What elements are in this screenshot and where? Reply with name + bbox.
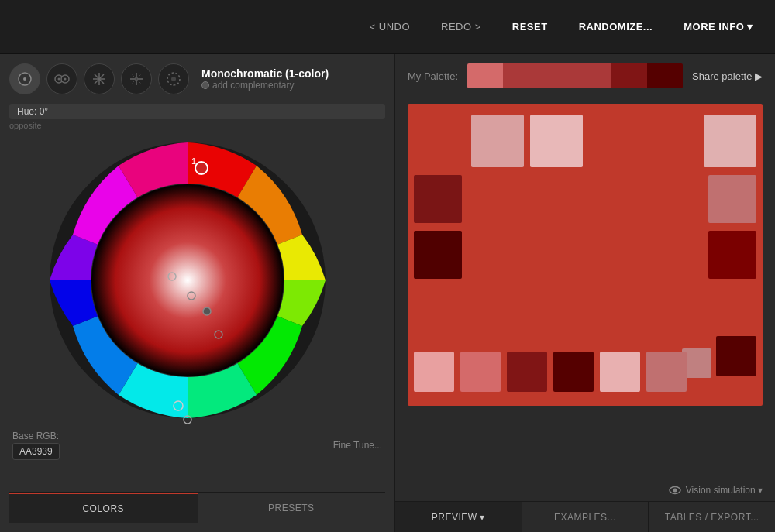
scheme-info: Monochromatic (1-color) add complementar… <box>202 67 329 91</box>
palette-swatch-2[interactable] <box>503 63 611 88</box>
swatch-11[interactable] <box>460 352 501 392</box>
eye-icon <box>669 484 681 496</box>
swatch-4[interactable] <box>414 175 462 223</box>
wheel-type-4[interactable] <box>121 63 152 94</box>
swatch-15[interactable] <box>646 352 687 392</box>
more-info-button[interactable]: MORE INFO ▾ <box>677 16 760 37</box>
vision-simulation-button[interactable]: Vision simulation ▾ <box>669 484 763 496</box>
redo-button[interactable]: REDO > <box>435 16 487 37</box>
tab-presets[interactable]: PRESETS <box>198 493 386 523</box>
swatch-7[interactable] <box>708 231 756 279</box>
svg-point-4 <box>58 78 60 81</box>
svg-text:1: 1 <box>191 156 196 166</box>
swatch-14[interactable] <box>600 352 640 392</box>
add-complementary[interactable]: add complementary <box>202 80 329 91</box>
palette-label: My Palette: <box>408 70 458 82</box>
hue-label: Hue: 0° <box>9 104 385 119</box>
color-wheel-container[interactable]: 1 <box>9 133 366 427</box>
palette-swatch-4[interactable] <box>647 63 683 88</box>
wheel-type-5[interactable] <box>158 63 189 94</box>
color-wheel[interactable]: 1 <box>9 133 366 427</box>
swatch-10[interactable] <box>414 352 454 392</box>
color-grid-container <box>395 98 775 479</box>
palette-swatches[interactable] <box>467 63 683 88</box>
base-rgb-value[interactable]: AA3939 <box>12 443 60 460</box>
reset-button[interactable]: RESET <box>506 16 554 37</box>
tab-tables-export[interactable]: TABLES / EXPORT... <box>649 502 775 532</box>
svg-point-5 <box>64 78 67 81</box>
svg-point-1 <box>23 77 26 81</box>
undo-button[interactable]: < UNDO <box>363 16 416 37</box>
base-rgb-label: Base RGB: <box>12 431 60 441</box>
swatch-6[interactable] <box>708 175 756 223</box>
swatch-1[interactable] <box>471 115 524 167</box>
fine-tune-button[interactable]: Fine Tune... <box>333 440 382 451</box>
right-panel: My Palette: Share palette ▶ <box>395 54 775 532</box>
wheel-type-2[interactable] <box>46 63 78 94</box>
randomize-button[interactable]: RANDOMIZE... <box>573 16 660 37</box>
swatch-8[interactable] <box>716 336 756 376</box>
palette-bar: My Palette: Share palette ▶ <box>395 54 775 98</box>
bottom-tabs-right: PREVIEW ▾ EXAMPLES... TABLES / EXPORT... <box>395 501 775 532</box>
wheel-point-main[interactable] <box>195 162 208 174</box>
complementary-dot <box>202 81 209 89</box>
left-panel: Monochromatic (1-color) add complementar… <box>0 54 395 532</box>
palette-swatch-3[interactable] <box>611 63 646 88</box>
share-palette-button[interactable]: Share palette ▶ <box>692 70 763 82</box>
svg-point-15 <box>171 77 176 81</box>
swatch-5[interactable] <box>414 231 462 279</box>
inner-point-3[interactable] <box>203 307 211 315</box>
swatch-12[interactable] <box>507 352 547 392</box>
swatch-2[interactable] <box>530 115 583 167</box>
tab-colors[interactable]: COLORS <box>9 493 198 523</box>
scheme-name: Monochromatic (1-color) <box>202 67 329 80</box>
wheel-type-1[interactable] <box>9 63 40 94</box>
tab-preview[interactable]: PREVIEW ▾ <box>395 502 522 532</box>
tab-examples[interactable]: EXAMPLES... <box>522 502 649 532</box>
svg-point-21 <box>673 489 677 493</box>
wheel-type-3[interactable] <box>84 63 115 94</box>
bottom-tabs-left: COLORS PRESETS <box>9 492 385 523</box>
palette-swatch-1[interactable] <box>467 63 503 88</box>
swatch-13[interactable] <box>553 352 594 392</box>
opposite-label: opposite <box>9 121 385 130</box>
swatch-3[interactable] <box>704 115 756 167</box>
vision-sim-bar: Vision simulation ▾ <box>395 479 775 501</box>
wheel-types: Monochromatic (1-color) add complementar… <box>9 63 385 94</box>
main-content: Monochromatic (1-color) add complementar… <box>0 54 775 532</box>
color-grid[interactable] <box>408 104 763 406</box>
top-bar: < UNDO REDO > RESET RANDOMIZE... MORE IN… <box>0 0 775 54</box>
svg-point-18 <box>91 184 284 376</box>
bottom-info: Base RGB: AA3939 Fine Tune... <box>9 431 385 460</box>
